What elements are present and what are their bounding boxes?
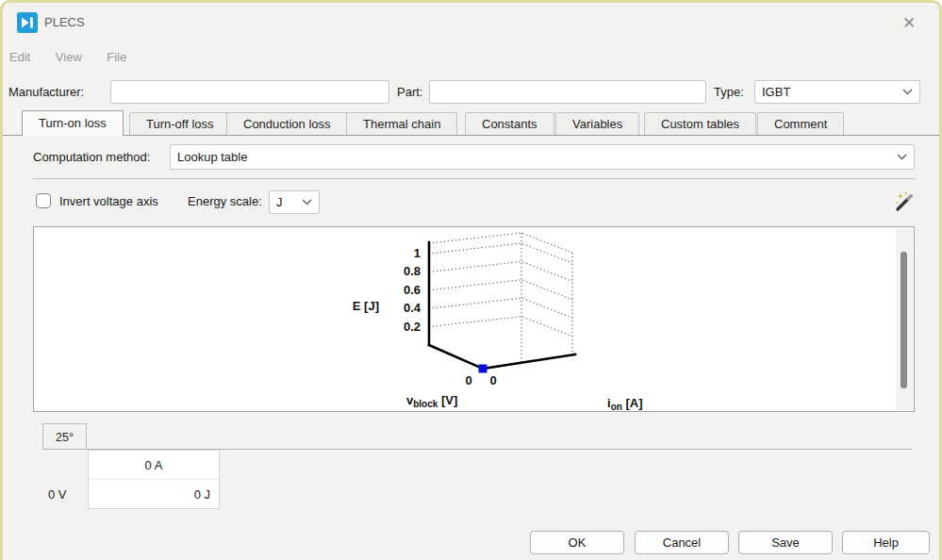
current-header-cell[interactable]: 0 A — [89, 451, 219, 480]
origin-i-tick: 0 — [489, 373, 496, 387]
type-label: Type: — [714, 85, 744, 99]
menu-bar: Edit View File — [9, 48, 147, 65]
tab-label: Custom tables — [661, 117, 739, 131]
plot-scrollbar-track[interactable] — [896, 228, 913, 410]
chevron-down-icon — [897, 154, 907, 160]
tab-comment[interactable]: Comment — [757, 112, 844, 135]
close-icon[interactable]: ✕ — [899, 14, 919, 33]
loss-3d-plot[interactable]: 1 0.8 0.6 0.4 0.2 E [J] 0 0 vblock [V] i… — [34, 227, 914, 411]
tab-label: Thermal chain — [363, 117, 440, 131]
tab-label: Conduction loss — [243, 117, 331, 131]
computation-method-value: Lookup table — [177, 150, 247, 164]
tab-custom-tables[interactable]: Custom tables — [644, 112, 756, 135]
menu-item-view[interactable]: View — [56, 50, 82, 64]
tab-constants[interactable]: Constants — [465, 112, 554, 135]
v-axis-label: vblock [V] — [406, 393, 457, 409]
plecs-dialog-window: PLECS ✕ Edit View File Manufacturer: Par… — [0, 0, 942, 560]
separator-line — [33, 178, 915, 179]
energy-scale-label: Energy scale: — [188, 194, 262, 208]
lookup-table-cells: 0 A 0 J — [88, 450, 220, 509]
computation-method-select[interactable]: Lookup table — [170, 144, 915, 170]
energy-scale-value: J — [276, 195, 283, 209]
tab-variables[interactable]: Variables — [555, 112, 639, 135]
tab-label: Turn-on loss — [39, 116, 107, 130]
invert-voltage-axis-checkbox[interactable] — [36, 193, 51, 208]
cancel-button[interactable]: Cancel — [635, 531, 729, 554]
ok-button[interactable]: OK — [530, 531, 624, 554]
invert-voltage-axis-label: Invert voltage axis — [59, 194, 158, 208]
menu-item-edit[interactable]: Edit — [9, 50, 30, 64]
computation-method-label: Computation method: — [33, 150, 150, 164]
z-tick-0-8: 0.8 — [404, 264, 421, 278]
manufacturer-input[interactable] — [110, 80, 389, 104]
tab-label: Constants — [482, 117, 537, 131]
help-button[interactable]: Help — [842, 531, 930, 554]
save-button[interactable]: Save — [738, 531, 833, 554]
tab-conduction-loss[interactable]: Conduction loss — [226, 112, 348, 135]
data-point-marker[interactable] — [479, 365, 488, 373]
chevron-down-icon — [902, 89, 913, 95]
magic-wand-icon[interactable] — [893, 189, 916, 212]
loss-3d-plot-panel: 1 0.8 0.6 0.4 0.2 E [J] 0 0 vblock [V] i… — [33, 226, 915, 412]
part-input[interactable] — [429, 80, 706, 104]
manufacturer-label: Manufacturer: — [8, 85, 84, 99]
plot-scrollbar-thumb[interactable] — [901, 252, 907, 388]
tab-label: Turn-off loss — [146, 117, 214, 131]
z-tick-0-2: 0.2 — [404, 320, 421, 334]
chevron-down-icon — [302, 199, 312, 206]
z-tick-0-6: 0.6 — [404, 283, 421, 297]
type-select[interactable]: IGBT — [754, 80, 920, 104]
tab-label: Comment — [774, 117, 827, 131]
tab-turn-on-loss[interactable]: Turn-on loss — [22, 110, 124, 136]
menu-item-file[interactable]: File — [107, 50, 126, 64]
tab-turn-off-loss[interactable]: Turn-off loss — [129, 112, 231, 135]
tab-label: Variables — [572, 117, 622, 131]
energy-value-cell[interactable]: 0 J — [89, 480, 219, 509]
plecs-app-icon — [17, 12, 38, 33]
origin-v-tick: 0 — [465, 373, 471, 387]
temperature-tab-25[interactable]: 25° — [42, 423, 87, 450]
type-select-value: IGBT — [762, 85, 790, 99]
window-title: PLECS — [44, 15, 85, 29]
tab-thermal-chain[interactable]: Thermal chain — [346, 112, 457, 135]
z-tick-0-4: 0.4 — [404, 301, 421, 315]
loss-tab-bar: Turn-on loss Turn-off loss Conduction lo… — [3, 110, 939, 136]
z-axis-label: E [J] — [353, 299, 379, 313]
z-tick-1: 1 — [414, 246, 421, 260]
energy-scale-select[interactable]: J — [269, 190, 320, 214]
i-axis-label: ion [A] — [607, 396, 643, 411]
voltage-row-header[interactable]: 0 V — [42, 480, 88, 509]
part-label: Part: — [397, 85, 422, 99]
